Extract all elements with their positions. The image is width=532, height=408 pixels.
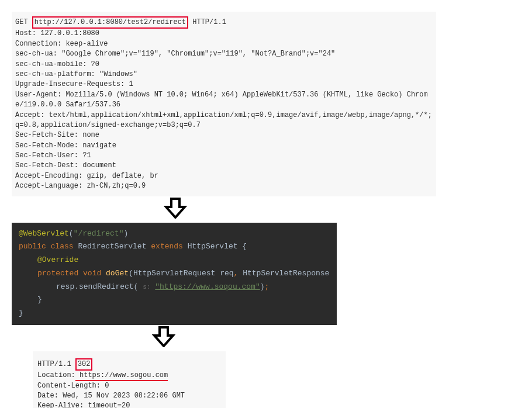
response-header-line: Keep-Alive: timeout=20 — [37, 402, 130, 408]
code-line: } — [19, 307, 330, 320]
request-header-line: Connection: keep-alive — [15, 40, 108, 48]
response-status-highlight: 302 — [75, 358, 93, 371]
response-header-line: Date: Wed, 15 Nov 2023 08:22:06 GMT — [37, 392, 185, 400]
response-location-value: https://www.sogou.com — [75, 371, 168, 381]
response-location-label: Location: — [37, 371, 75, 379]
java-code-panel: @WebServlet("/redirect") public class Re… — [12, 223, 337, 325]
arrow-down-icon — [12, 198, 520, 222]
request-header-line: Sec-Fetch-User: ?1 — [15, 151, 91, 160]
request-header-line: Upgrade-Insecure-Requests: 1 — [15, 80, 133, 88]
code-line: protected void doGet(HttpServletRequest … — [19, 267, 330, 281]
request-header-line: User-Agent: Mozilla/5.0 (Windows NT 10.0… — [15, 91, 428, 109]
http-request-panel: GET http://127.0.0.1:8080/test2/redirect… — [12, 12, 436, 196]
request-method: GET — [15, 18, 28, 26]
code-line: public class RedirectServlet extends Htt… — [19, 240, 330, 254]
code-line: @Override — [19, 254, 330, 267]
code-line: @WebServlet("/redirect") — [19, 227, 330, 241]
request-header-line: sec-ch-ua: "Google Chrome";v="119", "Chr… — [15, 50, 335, 58]
arrow-down-icon — [12, 326, 520, 350]
response-httpver: HTTP/1.1 — [37, 360, 71, 368]
request-header-line: Sec-Fetch-Site: none — [15, 131, 99, 139]
request-header-line: sec-ch-ua-mobile: ?0 — [15, 60, 99, 68]
request-header-line: Sec-Fetch-Dest: document — [15, 161, 116, 170]
request-header-line: Sec-Fetch-Mode: navigate — [15, 141, 116, 150]
annotation: @WebServlet — [19, 229, 69, 238]
code-line: resp.sendRedirect( s: "https://www.soqou… — [19, 281, 330, 294]
http-response-panel: HTTP/1.1 302 Location: https://www.sogou… — [33, 351, 226, 408]
request-header-line: Accept-Language: zh-CN,zh;q=0.9 — [15, 182, 146, 190]
code-line: } — [19, 293, 330, 307]
request-header-line: sec-ch-ua-platform: "Windows" — [15, 70, 137, 78]
response-header-line: Content-Length: 0 — [37, 382, 109, 390]
request-httpver: HTTP/1.1 — [192, 18, 226, 26]
request-header-line: Accept: text/html,application/xhtml+xml,… — [15, 111, 432, 129]
request-url-highlight: http://127.0.0.1:8080/test2/redirect — [32, 16, 188, 29]
redirect-url-string: "https://www.soqou.com" — [155, 282, 260, 291]
request-header-line: Host: 127.0.0.1:8080 — [15, 29, 99, 37]
request-header-line: Accept-Encoding: gzip, deflate, br — [15, 172, 158, 180]
annotation-arg: "/redirect" — [74, 229, 124, 238]
